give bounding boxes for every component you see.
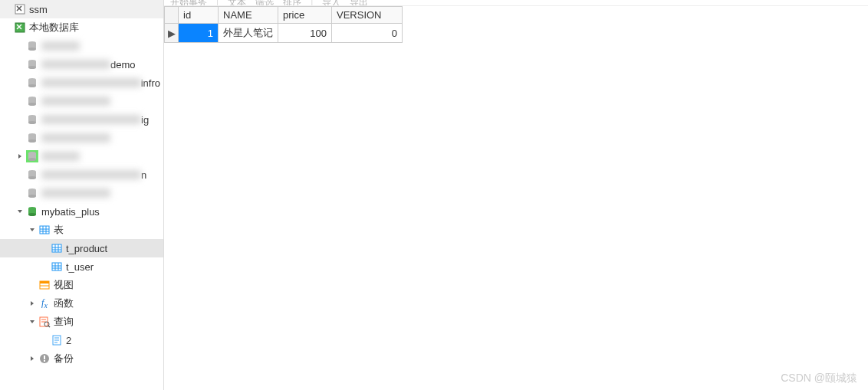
header-row: id NAME price VERSION [165,7,403,24]
tree-label: mybatis_plus [41,206,100,218]
svg-rect-32 [40,226,49,234]
svg-point-16 [28,121,36,124]
svg-point-7 [28,66,36,69]
col-header-version[interactable]: VERSION [332,7,403,24]
svg-line-54 [48,326,50,327]
blurred-label [41,78,141,87]
import-button[interactable]: 导入 [322,0,340,6]
tree-item-mybatis_plus[interactable]: mybatis_plus [0,202,163,221]
table-row[interactable]: ▶1外星人笔记1000 [165,24,403,43]
svg-point-4 [28,48,36,51]
tree-item-视图[interactable]: 视图 [0,276,163,294]
db-gray-icon [26,169,38,181]
blurred-label [41,152,80,161]
svg-point-22 [28,158,36,161]
blurred-label [41,41,80,51]
tree-label-suffix: demo [110,59,136,70]
begin-tx-button[interactable]: 开始事务 [170,0,207,6]
collapse-icon[interactable] [28,225,37,234]
tree-item-t_product[interactable]: t_product [0,239,163,257]
tree-item-blurred-8[interactable] [0,147,163,166]
cell-name[interactable]: 外星人笔记 [219,24,278,43]
filter-button[interactable]: 筛选 [255,0,274,6]
col-header-name[interactable]: NAME [219,7,278,24]
query-item-icon [51,334,63,346]
expand-icon[interactable] [15,152,25,161]
tree-item-表[interactable]: 表 [0,221,163,239]
row-marker-header [165,7,179,24]
fx-icon: fx [38,297,51,310]
tree-label-suffix: n [141,169,146,181]
tree-label-suffix: infro [141,77,160,89]
table-blue-icon [38,224,51,236]
db-gray-icon [26,95,38,107]
db-gray-icon [26,40,38,52]
db-gray-icon [26,132,38,144]
backup-icon [38,352,51,365]
svg-rect-42 [52,263,61,270]
tree-item-blurred-7[interactable] [0,129,163,147]
tree-item-本地数据库[interactable]: 本地数据库 [0,18,163,37]
tree-label: 视图 [54,278,74,292]
svg-point-13 [28,103,36,106]
cell-id[interactable]: 1 [179,24,219,43]
tree-item-2[interactable]: 2 [0,331,163,349]
tree-item-blurred-10[interactable] [0,184,163,202]
svg-rect-60 [44,356,45,359]
tree-label: 函数 [54,297,74,310]
tree-label: 2 [66,335,71,346]
toolbar: 开始事务 | 文本 筛选 排序 | 导入 导出 [164,0,868,6]
tree-label: ssm [29,4,48,15]
svg-rect-61 [44,360,45,362]
export-button[interactable]: 导出 [350,0,368,6]
text-button[interactable]: 文本 [228,0,246,6]
table-blue-icon [51,261,63,273]
tree-label: t_user [66,261,94,273]
db-gray-icon [26,113,38,126]
cell-version[interactable]: 0 [332,24,403,43]
main-panel: 开始事务 | 文本 筛选 排序 | 导入 导出 id NAME price VE… [164,0,868,390]
view-icon [38,279,51,291]
tree-item-ssm[interactable]: ssm [0,0,163,18]
svg-rect-48 [40,281,49,283]
tree-label-suffix: ig [141,114,149,126]
tree-item-ig[interactable]: ig [0,110,163,129]
separator: | [311,0,313,6]
tree-label: 备份 [54,352,74,365]
row-marker: ▶ [165,24,179,43]
tree-item-blurred-5[interactable] [0,92,163,110]
tree-item-blurred-2[interactable] [0,37,163,55]
db-gray-icon [26,187,38,199]
tree-item-n[interactable]: n [0,166,163,184]
navicat-green-icon [14,21,26,34]
cell-price[interactable]: 100 [278,24,332,43]
tree-item-备份[interactable]: 备份 [0,349,163,368]
tree-label: 查询 [54,315,74,329]
result-table: id NAME price VERSION ▶1外星人笔记1000 [164,6,403,43]
collapse-icon[interactable] [28,317,37,326]
tree-label: t_product [66,243,107,254]
tree-item-demo[interactable]: demo [0,55,163,74]
sort-button[interactable]: 排序 [283,0,301,6]
expand-icon[interactable] [28,354,37,363]
svg-rect-37 [52,244,61,252]
col-header-price[interactable]: price [278,7,332,24]
tree-label: 本地数据库 [29,21,79,34]
svg-point-10 [28,84,36,87]
tree-item-查询[interactable]: 查询 [0,313,163,331]
tree-item-函数[interactable]: fx函数 [0,294,163,313]
blurred-label [41,170,141,179]
col-header-id[interactable]: id [179,7,219,24]
db-green-icon [26,205,38,218]
data-grid[interactable]: id NAME price VERSION ▶1外星人笔记1000 [164,6,868,390]
svg-point-31 [28,213,36,216]
svg-point-28 [28,195,36,198]
collapse-icon[interactable] [15,207,25,216]
svg-point-25 [28,176,36,179]
tree-item-t_user[interactable]: t_user [0,257,163,276]
sidebar: ssm本地数据库demoinfroignmybatis_plus表t_produ… [0,0,164,390]
tree-item-infro[interactable]: infro [0,74,163,92]
svg-point-19 [28,139,36,143]
separator: | [216,0,219,6]
expand-icon[interactable] [28,299,37,308]
